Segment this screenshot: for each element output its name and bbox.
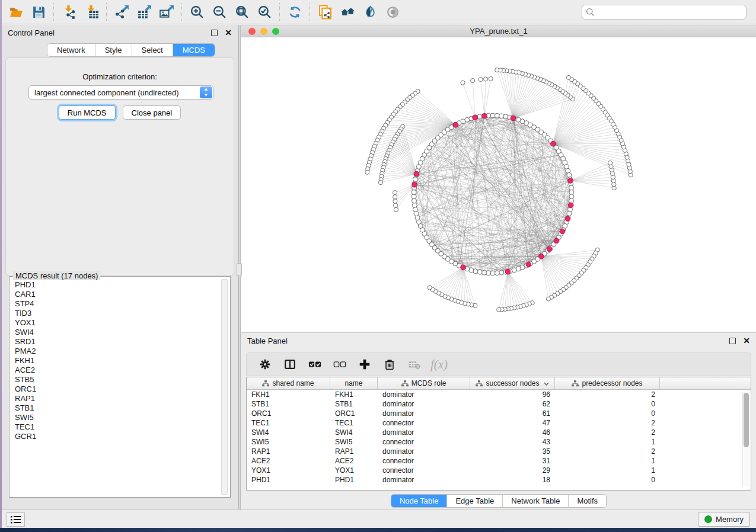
- column-header-successor-nodes[interactable]: successor nodes: [470, 377, 555, 389]
- zoom-fit-icon[interactable]: [231, 2, 253, 22]
- sort-chevron-icon[interactable]: [544, 379, 549, 387]
- table-tabs: Node TableEdge TableNetwork TableMotifs: [391, 494, 607, 508]
- tab-style[interactable]: Style: [95, 44, 132, 56]
- mcds-result-item[interactable]: GCR1: [15, 432, 219, 441]
- mcds-result-item[interactable]: TEC1: [15, 422, 219, 432]
- column-label: name: [344, 379, 362, 387]
- table-row[interactable]: PHD1PHD1dominator180: [247, 475, 751, 485]
- cell-role: dominator: [378, 476, 470, 484]
- import-network-icon[interactable]: [58, 2, 80, 22]
- tab-mcds[interactable]: MCDS: [173, 44, 215, 56]
- tab-network[interactable]: Network: [47, 44, 95, 56]
- table-row[interactable]: ORC1ORC1dominator610: [247, 409, 751, 418]
- mcds-result-item[interactable]: YOX1: [15, 318, 219, 328]
- cell-role: connector: [378, 457, 470, 465]
- cell-shared_name: TEC1: [247, 419, 330, 427]
- table-row[interactable]: YOX1YOX1connector291: [247, 466, 751, 475]
- table-settings-gear-icon[interactable]: [255, 355, 275, 374]
- mcds-result-item[interactable]: PMA2: [15, 347, 219, 356]
- table-row[interactable]: SWI5SWI5connector431: [247, 437, 751, 447]
- refresh-layout-icon[interactable]: [283, 2, 306, 22]
- export-network-icon[interactable]: [110, 2, 133, 22]
- mcds-list-scrollbar[interactable]: [221, 279, 228, 495]
- table-tab-edge-table[interactable]: Edge Table: [447, 495, 503, 507]
- column-header-name[interactable]: name: [330, 377, 378, 389]
- cell-name: ORC1: [330, 409, 378, 418]
- column-panel-icon[interactable]: [280, 355, 299, 374]
- duplicate-network-icon[interactable]: [314, 2, 336, 22]
- float-panel-icon[interactable]: [211, 30, 218, 36]
- mcds-result-item[interactable]: RAP1: [15, 394, 219, 403]
- mcds-result-item[interactable]: TID3: [15, 309, 219, 318]
- close-panel-icon[interactable]: ✕: [225, 30, 232, 36]
- add-column-icon[interactable]: [355, 355, 374, 374]
- mcds-result-item[interactable]: STP4: [15, 299, 219, 309]
- table-tab-node-table[interactable]: Node Table: [391, 495, 448, 507]
- close-panel-button[interactable]: Close panel: [123, 105, 181, 120]
- criterion-dropdown[interactable]: largest connected component (undirected)…: [28, 85, 213, 100]
- float-table-panel-icon[interactable]: [729, 338, 736, 344]
- cell-role: dominator: [378, 390, 470, 399]
- mcds-result-item[interactable]: CAR1: [15, 290, 219, 299]
- table-row[interactable]: RAP1RAP1dominator352: [247, 447, 751, 456]
- column-label: predecessor nodes: [582, 379, 642, 387]
- deselect-all-rows-icon[interactable]: [330, 355, 349, 374]
- save-session-icon[interactable]: [27, 2, 50, 22]
- import-table-icon[interactable]: [80, 2, 103, 22]
- mcds-panel-card: Optimization criterion: largest connecte…: [5, 57, 234, 275]
- select-all-rows-icon[interactable]: [305, 355, 324, 374]
- toolbar-separator: [310, 3, 310, 21]
- network-window-titlebar[interactable]: YPA_prune.txt_1: [241, 25, 756, 37]
- close-table-panel-icon[interactable]: ✕: [743, 338, 750, 344]
- first-neighbors-icon[interactable]: [336, 2, 359, 22]
- maximize-window-icon[interactable]: [272, 28, 279, 35]
- table-row[interactable]: SWI4SWI4dominator462: [247, 428, 751, 437]
- column-header-MCDS-role[interactable]: MCDS role: [378, 377, 470, 389]
- mcds-result-item[interactable]: ACE2: [15, 366, 219, 375]
- mcds-result-item[interactable]: SWI5: [15, 413, 219, 422]
- task-history-button[interactable]: [7, 512, 25, 527]
- mcds-result-item[interactable]: FKH1: [15, 356, 219, 366]
- zoom-selected-icon[interactable]: [253, 2, 276, 22]
- zoom-out-icon[interactable]: [208, 2, 231, 22]
- search-input[interactable]: [582, 5, 747, 20]
- mcds-result-item[interactable]: ORC1: [15, 384, 219, 394]
- cell-pred: 1: [555, 457, 660, 465]
- table-row[interactable]: FKH1FKH1dominator962: [247, 390, 751, 399]
- minimize-window-icon[interactable]: [260, 28, 267, 35]
- mcds-result-item[interactable]: STB1: [15, 403, 219, 413]
- table-panel-titlebar: Table Panel ✕: [241, 333, 756, 349]
- table-tab-motifs[interactable]: Motifs: [569, 495, 606, 507]
- graphics-details-icon[interactable]: [359, 2, 381, 22]
- export-table-icon[interactable]: [133, 2, 155, 22]
- control-panel-tabs: NetworkStyleSelectMCDS: [47, 43, 215, 57]
- table-row[interactable]: TEC1TEC1connector472: [247, 418, 751, 428]
- shared-column-icon: [262, 380, 269, 387]
- close-window-icon[interactable]: [248, 28, 256, 35]
- column-header-shared-name[interactable]: shared name: [247, 377, 330, 389]
- run-mcds-button[interactable]: Run MCDS: [59, 105, 116, 120]
- delete-column-icon[interactable]: [379, 355, 399, 374]
- table-tab-network-table[interactable]: Network Table: [503, 495, 569, 507]
- mcds-result-list[interactable]: PHD1CAR1STP4TID3YOX1SWI4SRD1PMA2FKH1ACE2…: [10, 280, 219, 496]
- table-scrollbar-thumb[interactable]: [744, 393, 749, 447]
- export-image-icon[interactable]: [155, 2, 178, 22]
- column-header-predecessor-nodes[interactable]: predecessor nodes: [555, 377, 660, 389]
- network-canvas[interactable]: [241, 37, 756, 331]
- mcds-result-item[interactable]: PHD1: [15, 280, 219, 290]
- control-panel: Control Panel ✕ NetworkStyleSelectMCDS O…: [2, 25, 238, 509]
- cell-shared_name: RAP1: [247, 447, 330, 456]
- memory-label: Memory: [716, 515, 744, 524]
- splitter-handle[interactable]: [237, 263, 242, 276]
- open-file-icon[interactable]: [5, 2, 27, 22]
- table-scrollbar[interactable]: [742, 392, 749, 486]
- cell-shared_name: ORC1: [247, 409, 330, 418]
- mcds-result-item[interactable]: SRD1: [15, 337, 219, 347]
- memory-button[interactable]: Memory: [698, 512, 750, 527]
- table-row[interactable]: ACE2ACE2connector311: [247, 456, 751, 466]
- tab-select[interactable]: Select: [132, 44, 173, 56]
- mcds-result-item[interactable]: STB5: [15, 375, 219, 384]
- table-row[interactable]: STB1STB1dominator620: [247, 399, 751, 409]
- zoom-in-icon[interactable]: [186, 2, 208, 22]
- mcds-result-item[interactable]: SWI4: [15, 328, 219, 337]
